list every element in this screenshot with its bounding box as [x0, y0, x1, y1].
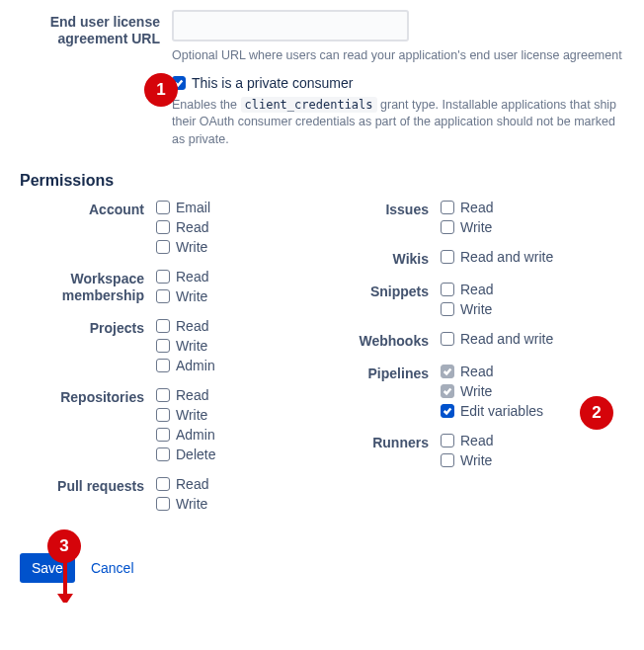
perm-checkbox [441, 365, 454, 378]
private-consumer-label: This is a private consumer [192, 75, 353, 91]
perm-checkbox[interactable] [441, 302, 454, 316]
perm-option: Read [441, 433, 624, 448]
perm-option-label: Edit variables [460, 403, 543, 419]
perm-option-label: Delete [176, 447, 215, 462]
perm-checkbox[interactable] [441, 434, 454, 447]
perm-option: Write [441, 219, 624, 235]
perm-option-label: Write [460, 452, 492, 468]
perm-group: RunnersReadWrite [342, 433, 624, 468]
perm-checkbox[interactable] [156, 201, 170, 214]
perm-checkbox[interactable] [441, 404, 454, 418]
perm-option: Read and write [441, 331, 624, 347]
perm-option: Read [156, 318, 302, 334]
perm-option: Read [441, 200, 624, 215]
perm-group: Workspace membershipReadWrite [20, 269, 302, 304]
perm-group-label: Wikis [342, 249, 441, 268]
perm-option: Read and write [441, 249, 624, 265]
perm-group-options: ReadWrite [156, 269, 302, 304]
perm-group-options: ReadWrite [441, 433, 624, 468]
perm-group-label: Issues [342, 200, 441, 235]
perm-option-label: Read and write [460, 249, 553, 265]
perm-checkbox[interactable] [156, 220, 170, 234]
perm-group-options: ReadWrite [156, 476, 302, 512]
perm-option-label: Admin [176, 427, 215, 443]
perm-checkbox[interactable] [441, 250, 454, 264]
permissions-heading: Permissions [20, 172, 624, 190]
perm-group: WikisRead and write [342, 249, 624, 268]
perm-option-label: Write [460, 301, 492, 317]
perm-checkbox[interactable] [441, 453, 454, 467]
perm-option: Write [156, 239, 302, 255]
perm-group-options: EmailReadWrite [156, 200, 302, 255]
perm-option: Read [156, 476, 302, 492]
perm-checkbox[interactable] [156, 388, 170, 402]
pc-helper-pre: Enables the [172, 98, 241, 112]
perm-checkbox[interactable] [441, 332, 454, 346]
perm-option-label: Read [176, 476, 208, 492]
perm-option: Admin [156, 427, 302, 443]
perm-group-label: Runners [342, 433, 441, 468]
perm-group: AccountEmailReadWrite [20, 200, 302, 255]
perm-group-options: ReadWrite [441, 282, 624, 317]
perm-group-label: Workspace membership [20, 269, 156, 304]
perm-checkbox[interactable] [441, 283, 454, 296]
perm-option: Admin [156, 358, 302, 373]
perm-option-label: Write [176, 407, 207, 423]
svg-marker-1 [57, 594, 73, 603]
eula-row: End user license agreement URL Optional … [20, 8, 624, 148]
permissions-grid: AccountEmailReadWriteWorkspace membershi… [20, 200, 624, 526]
eula-helper: Optional URL where users can read your a… [172, 47, 624, 65]
perm-option-label: Read [176, 219, 208, 235]
perm-option-label: Write [460, 219, 492, 235]
perm-group-label: Snippets [342, 282, 441, 317]
perm-checkbox[interactable] [156, 428, 170, 442]
perm-option-label: Read [176, 318, 208, 334]
perm-checkbox[interactable] [156, 270, 170, 284]
annotation-arrow-3 [55, 562, 75, 603]
perm-checkbox[interactable] [156, 477, 170, 491]
perm-group: IssuesReadWrite [342, 200, 624, 235]
perm-group: RepositoriesReadWriteAdminDelete [20, 387, 302, 462]
perm-group-options: Read and write [441, 331, 624, 350]
perm-option-label: Write [176, 288, 207, 304]
perm-checkbox[interactable] [441, 201, 454, 214]
perm-option: Write [156, 496, 302, 512]
perm-checkbox[interactable] [156, 339, 170, 353]
cancel-link[interactable]: Cancel [91, 560, 134, 576]
perm-option: Write [441, 301, 624, 317]
perm-checkbox[interactable] [156, 408, 170, 422]
perm-group-options: Read and write [441, 249, 624, 268]
form-actions: Save Cancel [20, 553, 624, 583]
eula-input[interactable] [172, 10, 409, 41]
perm-checkbox[interactable] [156, 359, 170, 372]
perm-checkbox[interactable] [156, 240, 170, 254]
perm-checkbox[interactable] [441, 220, 454, 234]
perm-group: ProjectsReadWriteAdmin [20, 318, 302, 373]
perm-option-label: Admin [176, 358, 215, 373]
permissions-left-col: AccountEmailReadWriteWorkspace membershi… [20, 200, 302, 526]
perm-option: Delete [156, 447, 302, 462]
perm-option-label: Read [460, 433, 493, 448]
perm-option: Read [156, 269, 302, 284]
perm-group: WebhooksRead and write [342, 331, 624, 350]
perm-option: Read [156, 219, 302, 235]
perm-option-label: Write [176, 239, 207, 255]
perm-option-label: Read [460, 200, 493, 215]
perm-option: Write [156, 407, 302, 423]
perm-option: Write [441, 452, 624, 468]
perm-option-label: Read [460, 364, 493, 379]
private-consumer-helper: Enables the client_credentials grant typ… [172, 97, 624, 149]
perm-group-options: ReadWriteAdminDelete [156, 387, 302, 462]
eula-label: End user license agreement URL [20, 8, 172, 47]
perm-checkbox[interactable] [156, 319, 170, 333]
perm-checkbox [441, 384, 454, 398]
perm-group-options: ReadWriteAdmin [156, 318, 302, 373]
perm-option-label: Read [460, 282, 493, 297]
perm-checkbox[interactable] [156, 289, 170, 303]
perm-option: Write [156, 338, 302, 354]
annotation-badge-2: 2 [580, 396, 613, 430]
perm-option-label: Read and write [460, 331, 553, 347]
check-icon [443, 366, 452, 376]
perm-checkbox[interactable] [156, 497, 170, 511]
perm-checkbox[interactable] [156, 447, 170, 461]
